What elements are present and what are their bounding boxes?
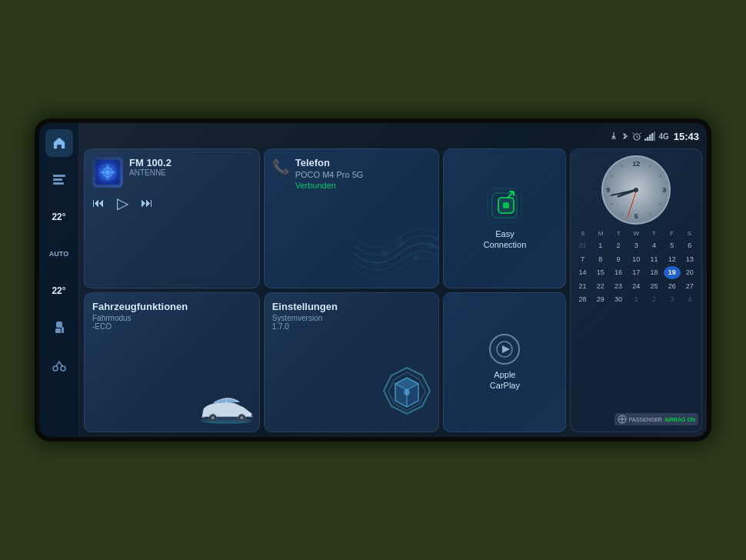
cal-day-S: S <box>574 229 591 238</box>
svg-point-38 <box>618 415 626 423</box>
svg-point-21 <box>427 242 435 249</box>
settings-gear-icon <box>380 366 434 427</box>
sidebar-item-home[interactable] <box>45 129 73 157</box>
svg-line-31 <box>649 213 651 215</box>
vehicle-mode-value: -ECO <box>92 322 251 331</box>
settings-version: 1.7.0 <box>272 322 431 331</box>
svg-line-30 <box>659 203 661 205</box>
card-vehicle[interactable]: Fahrzeugfunktionen Fahrmodus -ECO <box>84 292 260 432</box>
cal-cell-18: 18 <box>645 266 662 279</box>
phone-header: 📞 Telefon POCO M4 Pro 5G Verbunden <box>272 157 431 190</box>
svg-rect-5 <box>62 327 64 333</box>
cal-cell-4b: 4 <box>681 293 698 306</box>
screen-bezel: 22° AUTO 22° <box>35 118 711 442</box>
clock-face: 12 3 6 9 <box>601 155 671 225</box>
svg-rect-9 <box>644 138 647 141</box>
sidebar-item-climate[interactable] <box>45 166 73 194</box>
radio-controls: ⏮ ▷ ⏭ <box>92 194 251 212</box>
svg-rect-12 <box>651 133 654 141</box>
svg-point-42 <box>248 413 251 415</box>
airbag-icon <box>618 415 627 424</box>
phone-device-name: POCO M4 Pro 5G <box>295 170 364 179</box>
main-area: 4G 15:43 <box>79 123 707 437</box>
vehicle-title: Fahrzeugfunktionen <box>92 301 251 312</box>
svg-marker-58 <box>502 345 510 353</box>
radio-play-button[interactable]: ▷ <box>117 194 128 212</box>
cal-cell-3b: 3 <box>664 293 681 306</box>
vehicle-mode-label: Fahrmodus <box>92 314 251 322</box>
phone-title: Telefon <box>295 157 364 168</box>
card-settings[interactable]: Einstellungen Systemversion 1.7.0 <box>264 292 440 432</box>
svg-line-37 <box>621 165 623 167</box>
calendar: S M T W T F S 31 1 2 <box>574 229 698 407</box>
cal-cell-2: 2 <box>610 239 627 252</box>
svg-line-27 <box>649 165 651 167</box>
svg-rect-25 <box>503 202 509 208</box>
svg-rect-11 <box>649 135 651 141</box>
radio-prev-button[interactable]: ⏮ <box>92 196 105 210</box>
svg-point-16 <box>105 170 110 175</box>
cal-day-W: W <box>628 229 645 238</box>
svg-point-20 <box>372 260 381 269</box>
card-easy-connection[interactable]: Easy Connection <box>443 148 566 288</box>
cal-cell-21: 21 <box>574 280 591 293</box>
carplay-play-icon <box>489 334 520 365</box>
radio-header: FM 100.2 ANTENNE <box>92 157 251 188</box>
carplay-label: Apple CarPlay <box>490 369 520 392</box>
radio-next-button[interactable]: ⏭ <box>141 196 153 210</box>
cal-cell-5: 5 <box>664 239 681 252</box>
svg-rect-0 <box>53 175 65 177</box>
sidebar-item-seat[interactable] <box>45 314 73 342</box>
cal-cell-29: 29 <box>592 293 609 306</box>
sidebar-item-slip[interactable] <box>45 351 73 378</box>
svg-line-28 <box>659 175 661 177</box>
phone-bg-waves <box>346 218 439 288</box>
clock-center <box>634 188 638 192</box>
cal-cell-19-today: 19 <box>664 266 681 279</box>
svg-rect-13 <box>654 132 655 141</box>
cal-cell-28: 28 <box>574 293 591 306</box>
phone-connection-status: Verbunden <box>295 181 364 190</box>
svg-point-48 <box>241 417 243 419</box>
svg-rect-24 <box>498 198 514 213</box>
cal-cell-20: 20 <box>681 266 698 279</box>
radio-frequency: FM 100.2 <box>129 157 251 168</box>
screen-inner: 22° AUTO 22° <box>39 123 707 437</box>
cal-cell-31: 31 <box>574 239 591 252</box>
card-carplay[interactable]: Apple CarPlay <box>443 292 566 432</box>
cal-cell-12: 12 <box>664 253 681 266</box>
svg-rect-4 <box>55 328 61 333</box>
card-phone[interactable]: 📞 Telefon POCO M4 Pro 5G Verbunden <box>264 148 440 288</box>
svg-point-56 <box>404 389 410 395</box>
cal-cell-11: 11 <box>645 253 662 266</box>
cal-cell-17: 17 <box>628 266 644 279</box>
cal-cell-10: 10 <box>628 253 644 266</box>
bluetooth-icon <box>621 132 629 141</box>
cal-cell-7: 7 <box>574 253 591 266</box>
phone-icon: 📞 <box>272 158 289 175</box>
svg-line-33 <box>621 213 623 215</box>
svg-point-15 <box>100 165 115 180</box>
cal-cell-8: 8 <box>592 253 609 266</box>
phone-info: Telefon POCO M4 Pro 5G Verbunden <box>295 157 364 190</box>
cal-cell-4: 4 <box>645 239 662 252</box>
radio-info: FM 100.2 ANTENNE <box>129 157 251 177</box>
airbag-status: AIRBAG ON <box>664 417 695 422</box>
svg-point-19 <box>412 254 418 260</box>
card-radio[interactable]: FM 100.2 ANTENNE ⏮ ▷ ⏭ <box>84 148 260 288</box>
cal-day-F: F <box>663 229 681 238</box>
svg-point-57 <box>497 342 512 357</box>
svg-point-17 <box>381 249 388 257</box>
svg-point-18 <box>395 236 405 247</box>
cal-cell-24: 24 <box>628 280 644 293</box>
sidebar-item-temp2: 22° <box>45 277 73 305</box>
svg-rect-2 <box>53 182 64 185</box>
svg-rect-1 <box>53 178 62 181</box>
cal-cell-3: 3 <box>628 239 644 252</box>
sidebar-item-auto: AUTO <box>45 240 73 268</box>
card-clock: 12 3 6 9 <box>570 148 702 432</box>
usb-icon <box>609 132 618 141</box>
vehicle-car-image <box>194 392 259 428</box>
sidebar-item-temp: 22° <box>45 203 73 231</box>
easy-connection-icon <box>486 187 523 224</box>
